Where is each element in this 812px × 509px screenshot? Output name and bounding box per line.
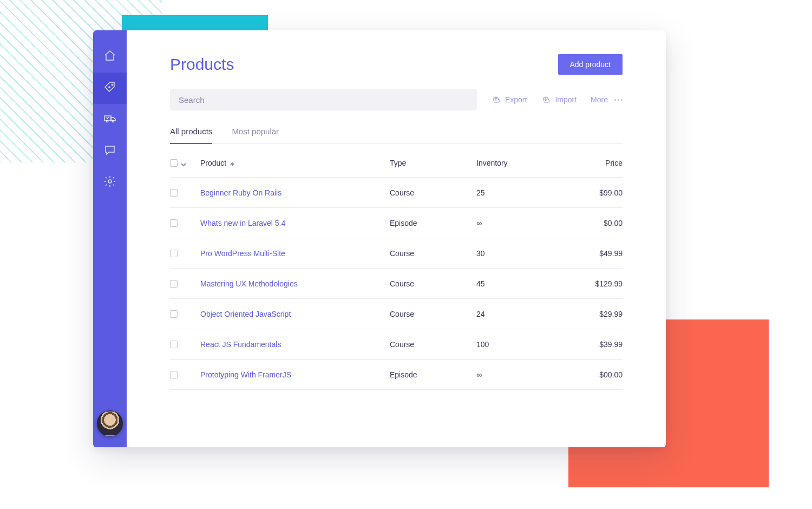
export-button[interactable]: Export [491, 94, 527, 106]
avatar[interactable] [97, 410, 123, 436]
table-row: Mastering UX MethodologiesCourse45$129.9… [170, 269, 623, 299]
app-window: Products Add product Export Import More [93, 30, 666, 447]
search-input[interactable] [170, 89, 477, 110]
row-checkbox[interactable] [170, 219, 178, 227]
svg-point-2 [106, 120, 108, 122]
sidebar [93, 30, 127, 447]
product-type: Course [390, 188, 476, 197]
row-checkbox[interactable] [170, 341, 178, 348]
import-label: Import [555, 95, 577, 104]
table-row: Whats new in Laravel 5.4Episode∞$0.00 [170, 208, 623, 238]
product-inventory: ∞ [476, 219, 558, 227]
product-name-link[interactable]: React JS Fundamentals [200, 340, 390, 349]
sidebar-item-settings[interactable] [93, 167, 127, 198]
product-price: $129.99 [558, 279, 623, 288]
more-dots-icon [614, 99, 623, 101]
chevron-down-icon[interactable] [181, 160, 186, 166]
add-product-button[interactable]: Add product [558, 54, 623, 75]
row-checkbox[interactable] [170, 280, 178, 288]
product-name-link[interactable]: Pro WordPress Multi-Site [200, 249, 390, 258]
product-price: $99.00 [558, 188, 623, 197]
home-icon [103, 49, 116, 64]
product-name-link[interactable]: Mastering UX Methodologies [200, 279, 390, 288]
table-header: Product Type Inventory Price [170, 148, 623, 178]
product-name-link[interactable]: Prototyping With FramerJS [200, 370, 390, 379]
product-price: $0.00 [558, 219, 623, 227]
sort-asc-icon [230, 160, 235, 166]
table-row: React JS FundamentalsCourse100$39.99 [170, 329, 623, 360]
column-header-type[interactable]: Type [390, 159, 476, 167]
table-row: Prototyping With FramerJSEpisode∞$00.00 [170, 360, 623, 390]
page-title: Products [170, 55, 234, 74]
product-price: $00.00 [558, 370, 623, 379]
export-label: Export [505, 95, 527, 104]
tab-all-products[interactable]: All products [170, 127, 212, 143]
tab-most-popular[interactable]: Most popular [232, 127, 279, 143]
more-button[interactable]: More [591, 95, 623, 104]
product-type: Episode [390, 370, 476, 379]
product-price: $29.99 [558, 310, 623, 318]
export-icon [491, 94, 501, 106]
product-type: Course [390, 310, 476, 318]
gear-icon [103, 175, 116, 190]
import-button[interactable]: Import [541, 94, 577, 106]
product-inventory: 25 [476, 188, 558, 197]
sidebar-item-messages[interactable] [93, 135, 127, 167]
row-checkbox[interactable] [170, 189, 178, 197]
select-all-checkbox[interactable] [170, 159, 178, 167]
more-label: More [591, 95, 608, 104]
product-price: $39.99 [558, 340, 623, 349]
table-row: Pro WordPress Multi-SiteCourse30$49.99 [170, 238, 623, 269]
product-inventory: 24 [476, 310, 558, 318]
row-checkbox[interactable] [170, 250, 178, 257]
product-type: Course [390, 340, 476, 349]
product-price: $49.99 [558, 249, 623, 258]
product-type: Episode [390, 219, 476, 227]
products-table: Product Type Inventory Price Beginner Ru… [170, 148, 623, 390]
column-header-inventory[interactable]: Inventory [476, 159, 558, 167]
product-inventory: 30 [476, 249, 558, 258]
chat-icon [103, 143, 116, 159]
product-name-link[interactable]: Whats new in Laravel 5.4 [200, 219, 390, 227]
svg-point-4 [108, 180, 112, 183]
sidebar-item-shipping[interactable] [93, 104, 127, 135]
product-name-link[interactable]: Object Oriented JavaScript [200, 310, 390, 318]
truck-icon [103, 112, 116, 127]
product-inventory: 100 [476, 340, 558, 349]
import-icon [541, 94, 551, 106]
column-header-price[interactable]: Price [558, 159, 623, 167]
row-checkbox[interactable] [170, 310, 178, 318]
sidebar-item-home[interactable] [93, 41, 127, 73]
svg-point-0 [112, 84, 113, 85]
tag-icon [103, 81, 116, 96]
column-header-product[interactable]: Product [200, 159, 390, 167]
column-header-product-label: Product [200, 159, 226, 167]
row-checkbox[interactable] [170, 371, 178, 379]
product-inventory: 45 [476, 279, 558, 288]
product-type: Course [390, 249, 476, 258]
svg-point-3 [112, 120, 114, 122]
product-name-link[interactable]: Beginner Ruby On Rails [200, 188, 390, 197]
table-row: Beginner Ruby On RailsCourse25$99.00 [170, 178, 623, 208]
product-type: Course [390, 279, 476, 288]
sidebar-item-products[interactable] [93, 73, 127, 104]
tabs: All productsMost popular [170, 127, 623, 144]
main-content: Products Add product Export Import More [127, 30, 666, 447]
table-row: Object Oriented JavaScriptCourse24$29.99 [170, 299, 623, 329]
product-inventory: ∞ [476, 370, 558, 379]
